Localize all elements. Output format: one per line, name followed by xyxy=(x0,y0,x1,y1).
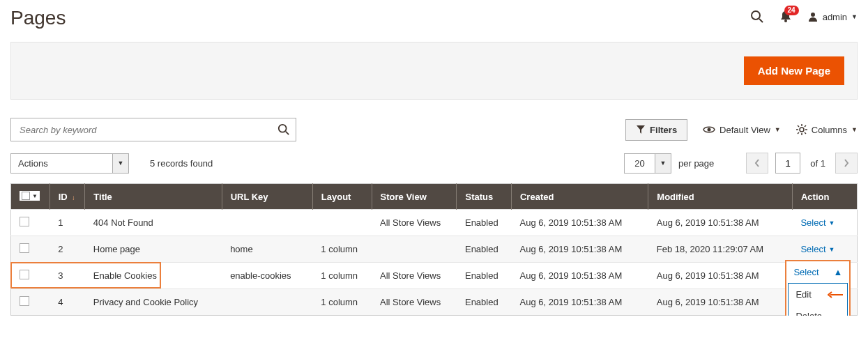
col-header-status[interactable]: Status xyxy=(457,184,512,210)
pages-grid: ▼ ID↓ Title URL Key Layout Store View St… xyxy=(10,183,858,316)
cell-layout xyxy=(312,210,372,236)
row-checkbox[interactable] xyxy=(20,243,29,253)
cell-url-key: home xyxy=(222,236,312,263)
per-page-select[interactable]: 20 ▼ xyxy=(624,153,671,174)
cell-title: Home page xyxy=(85,236,222,263)
col-header-action: Action xyxy=(792,184,857,210)
cell-store-view: All Store Views xyxy=(372,289,457,316)
cell-status: Enabled xyxy=(457,289,512,316)
row-checkbox[interactable] xyxy=(20,217,29,226)
account-menu[interactable]: admin ▼ xyxy=(807,11,858,22)
per-page-label: per page xyxy=(678,158,714,169)
search-input[interactable] xyxy=(18,124,277,136)
row-action-select[interactable]: Select▼ xyxy=(800,244,835,254)
cell-created: Aug 6, 2019 10:51:38 AM xyxy=(511,289,648,316)
col-header-title[interactable]: Title xyxy=(85,184,222,210)
filters-button[interactable]: Filters xyxy=(625,119,687,141)
row-checkbox[interactable] xyxy=(20,270,29,279)
col-header-store-view[interactable]: Store View xyxy=(372,184,457,210)
col-header-modified[interactable]: Modified xyxy=(648,184,793,210)
prev-page-button[interactable] xyxy=(746,153,768,174)
col-header-created[interactable]: Created xyxy=(511,184,648,210)
col-header-id[interactable]: ID↓ xyxy=(50,184,85,210)
cell-url-key xyxy=(222,210,312,236)
mass-actions-select[interactable]: Actions ▼ xyxy=(10,153,129,174)
cell-url-key xyxy=(222,289,312,316)
arrow-annotation-icon xyxy=(828,291,843,298)
account-username: admin xyxy=(823,12,847,22)
svg-line-12 xyxy=(798,125,799,127)
page-total-label: of 1 xyxy=(810,158,825,169)
per-page-value: 20 xyxy=(624,153,655,174)
chevron-down-icon: ▼ xyxy=(829,246,835,253)
mass-actions-label: Actions xyxy=(10,153,112,174)
chevron-left-icon xyxy=(754,159,760,167)
chevron-right-icon xyxy=(844,159,849,167)
user-icon xyxy=(807,11,818,22)
cell-store-view xyxy=(372,236,457,263)
svg-line-1 xyxy=(759,19,763,22)
table-row: 1 404 Not Found All Store Views Enabled … xyxy=(11,210,858,236)
chevron-down-icon: ▼ xyxy=(118,160,124,167)
add-new-page-button[interactable]: Add New Page xyxy=(744,56,844,85)
notifications-icon[interactable]: 24 xyxy=(779,10,792,23)
cell-created: Aug 6, 2019 10:51:38 AM xyxy=(511,263,648,289)
search-icon[interactable] xyxy=(750,10,764,24)
cell-title: Privacy and Cookie Policy xyxy=(85,289,222,316)
col-header-url-key[interactable]: URL Key xyxy=(222,184,312,210)
eye-icon xyxy=(703,125,715,134)
cell-layout: 1 column xyxy=(312,236,372,263)
svg-point-4 xyxy=(279,125,287,132)
cell-created: Aug 6, 2019 10:51:38 AM xyxy=(511,236,648,263)
cell-status: Enabled xyxy=(457,263,512,289)
columns-dropdown[interactable]: Columns ▼ xyxy=(796,124,858,135)
cell-store-view: All Store Views xyxy=(372,210,457,236)
search-submit-icon[interactable] xyxy=(277,123,290,136)
gear-icon xyxy=(796,124,807,135)
cell-modified: Feb 18, 2020 11:29:07 AM xyxy=(648,236,793,263)
page-actions-bar: Add New Page xyxy=(10,42,858,100)
filters-label: Filters xyxy=(650,125,677,135)
cell-status: Enabled xyxy=(457,210,512,236)
svg-point-2 xyxy=(784,20,787,22)
col-header-select[interactable]: ▼ xyxy=(11,184,50,210)
action-edit[interactable]: Edit xyxy=(789,284,847,305)
cell-modified: Aug 6, 2019 10:51:38 AM xyxy=(648,289,793,316)
svg-point-0 xyxy=(752,11,760,20)
chevron-down-icon: ▼ xyxy=(851,13,858,20)
svg-line-5 xyxy=(286,132,289,135)
row-action-select[interactable]: Select▼ xyxy=(800,217,835,228)
next-page-button[interactable] xyxy=(835,153,858,174)
search-input-wrap xyxy=(10,118,296,141)
row-action-select[interactable]: Select ▲ xyxy=(786,261,849,283)
cell-url-key: enable-cookies xyxy=(222,263,312,289)
cell-title: 404 Not Found xyxy=(85,210,222,236)
page-title: Pages xyxy=(10,7,66,29)
cell-layout: 1 column xyxy=(312,263,372,289)
records-found: 5 records found xyxy=(150,158,213,169)
cell-layout: 1 column xyxy=(312,289,372,316)
cell-id: 2 xyxy=(50,236,85,263)
current-page-input[interactable] xyxy=(775,153,800,174)
notifications-badge: 24 xyxy=(784,6,799,15)
chevron-down-icon: ▼ xyxy=(775,126,781,133)
cell-id: 1 xyxy=(50,210,85,236)
per-page-toggle[interactable]: ▼ xyxy=(655,153,671,174)
default-view-dropdown[interactable]: Default View ▼ xyxy=(703,125,781,135)
cell-modified: Aug 6, 2019 10:51:38 AM xyxy=(648,210,793,236)
action-delete[interactable]: Delete xyxy=(789,305,847,316)
cell-store-view: All Store Views xyxy=(372,263,457,289)
cell-id: 4 xyxy=(50,289,85,316)
svg-line-14 xyxy=(798,132,799,134)
cell-modified: Aug 6, 2019 10:51:38 AM xyxy=(648,263,793,289)
svg-point-7 xyxy=(800,128,804,132)
row-checkbox[interactable] xyxy=(20,296,29,306)
svg-point-6 xyxy=(708,128,711,132)
funnel-icon xyxy=(636,125,646,134)
table-row: 2 Home page home 1 column Enabled Aug 6,… xyxy=(11,236,858,263)
mass-actions-toggle[interactable]: ▼ xyxy=(112,153,129,174)
chevron-up-icon: ▲ xyxy=(834,267,843,277)
col-header-layout[interactable]: Layout xyxy=(312,184,372,210)
svg-line-13 xyxy=(805,132,806,134)
row-action-menu-open: Select ▲ Edit Delete View xyxy=(785,260,851,316)
